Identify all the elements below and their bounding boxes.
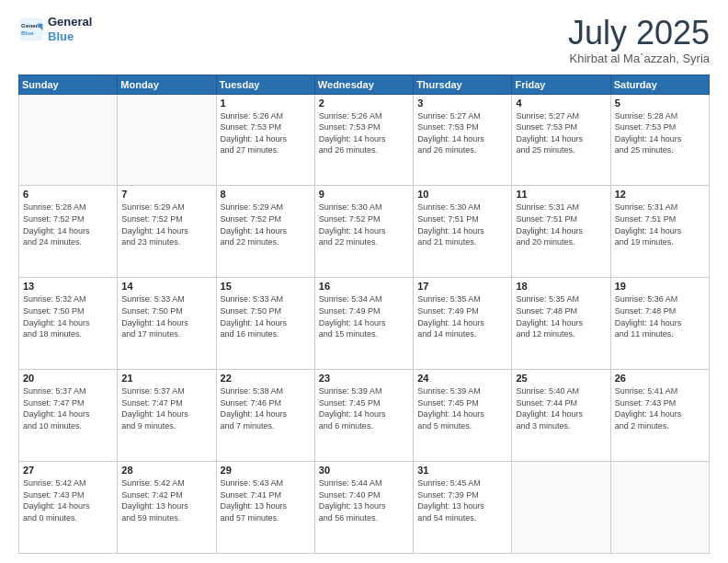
day-number: 29	[221, 465, 311, 476]
day-number: 26	[615, 373, 705, 384]
day-info: Sunrise: 5:29 AM Sunset: 7:52 PM Dayligh…	[221, 201, 311, 247]
day-number: 19	[615, 281, 705, 292]
table-row: 14Sunrise: 5:33 AM Sunset: 7:50 PM Dayli…	[118, 278, 216, 370]
day-info: Sunrise: 5:28 AM Sunset: 7:52 PM Dayligh…	[23, 201, 113, 247]
table-row: 25Sunrise: 5:40 AM Sunset: 7:44 PM Dayli…	[512, 370, 610, 462]
header-sunday: Sunday	[19, 75, 118, 94]
header-friday: Friday	[512, 75, 610, 94]
table-row: 21Sunrise: 5:37 AM Sunset: 7:47 PM Dayli…	[118, 370, 216, 462]
table-row: 29Sunrise: 5:43 AM Sunset: 7:41 PM Dayli…	[216, 462, 314, 554]
day-info: Sunrise: 5:34 AM Sunset: 7:49 PM Dayligh…	[319, 293, 409, 339]
day-info: Sunrise: 5:28 AM Sunset: 7:53 PM Dayligh…	[615, 110, 705, 156]
table-row: 15Sunrise: 5:33 AM Sunset: 7:50 PM Dayli…	[216, 278, 314, 370]
table-row: 13Sunrise: 5:32 AM Sunset: 7:50 PM Dayli…	[19, 278, 118, 370]
svg-text:Blue: Blue	[21, 29, 34, 36]
table-row: 28Sunrise: 5:42 AM Sunset: 7:42 PM Dayli…	[118, 462, 216, 554]
day-info: Sunrise: 5:37 AM Sunset: 7:47 PM Dayligh…	[121, 385, 211, 431]
table-row: 7Sunrise: 5:29 AM Sunset: 7:52 PM Daylig…	[118, 186, 216, 278]
day-number: 4	[516, 98, 606, 109]
day-number: 1	[221, 98, 311, 109]
day-number: 6	[23, 189, 113, 200]
day-info: Sunrise: 5:26 AM Sunset: 7:53 PM Dayligh…	[319, 110, 409, 156]
header-saturday: Saturday	[610, 75, 709, 94]
day-info: Sunrise: 5:30 AM Sunset: 7:51 PM Dayligh…	[417, 201, 507, 247]
day-number: 10	[417, 189, 507, 200]
day-info: Sunrise: 5:36 AM Sunset: 7:48 PM Dayligh…	[615, 293, 705, 339]
header-monday: Monday	[118, 75, 216, 94]
day-number: 13	[23, 281, 113, 292]
day-info: Sunrise: 5:37 AM Sunset: 7:47 PM Dayligh…	[23, 385, 113, 431]
calendar-week-row: 6Sunrise: 5:28 AM Sunset: 7:52 PM Daylig…	[19, 186, 710, 278]
table-row: 9Sunrise: 5:30 AM Sunset: 7:52 PM Daylig…	[314, 186, 413, 278]
day-info: Sunrise: 5:45 AM Sunset: 7:39 PM Dayligh…	[417, 477, 507, 523]
logo: General Blue General Blue	[18, 15, 92, 43]
day-info: Sunrise: 5:27 AM Sunset: 7:53 PM Dayligh…	[516, 110, 606, 156]
header: General Blue General Blue July 2025 Khir…	[18, 15, 710, 65]
day-info: Sunrise: 5:43 AM Sunset: 7:41 PM Dayligh…	[221, 477, 311, 523]
table-row: 20Sunrise: 5:37 AM Sunset: 7:47 PM Dayli…	[19, 370, 118, 462]
title-block: July 2025 Khirbat al Ma`azzah, Syria	[568, 15, 710, 65]
day-number: 27	[23, 465, 113, 476]
day-number: 16	[319, 281, 409, 292]
header-wednesday: Wednesday	[314, 75, 413, 94]
day-number: 15	[221, 281, 311, 292]
table-row	[512, 462, 610, 554]
day-number: 9	[319, 189, 409, 200]
day-info: Sunrise: 5:44 AM Sunset: 7:40 PM Dayligh…	[319, 477, 409, 523]
day-number: 18	[516, 281, 606, 292]
table-row	[118, 94, 216, 186]
table-row: 30Sunrise: 5:44 AM Sunset: 7:40 PM Dayli…	[314, 462, 413, 554]
table-row: 10Sunrise: 5:30 AM Sunset: 7:51 PM Dayli…	[414, 186, 512, 278]
location-subtitle: Khirbat al Ma`azzah, Syria	[568, 52, 710, 65]
table-row: 22Sunrise: 5:38 AM Sunset: 7:46 PM Dayli…	[216, 370, 314, 462]
table-row: 2Sunrise: 5:26 AM Sunset: 7:53 PM Daylig…	[314, 94, 413, 186]
day-number: 11	[516, 189, 606, 200]
table-row: 23Sunrise: 5:39 AM Sunset: 7:45 PM Dayli…	[314, 370, 413, 462]
table-row: 5Sunrise: 5:28 AM Sunset: 7:53 PM Daylig…	[610, 94, 709, 186]
day-info: Sunrise: 5:35 AM Sunset: 7:48 PM Dayligh…	[516, 293, 606, 339]
day-number: 31	[417, 465, 507, 476]
table-row: 3Sunrise: 5:27 AM Sunset: 7:53 PM Daylig…	[414, 94, 512, 186]
day-number: 22	[221, 373, 311, 384]
calendar-table: Sunday Monday Tuesday Wednesday Thursday…	[18, 75, 710, 554]
day-number: 30	[319, 465, 409, 476]
month-title: July 2025	[568, 15, 710, 52]
day-info: Sunrise: 5:40 AM Sunset: 7:44 PM Dayligh…	[516, 385, 606, 431]
day-info: Sunrise: 5:32 AM Sunset: 7:50 PM Dayligh…	[23, 293, 113, 339]
table-row: 26Sunrise: 5:41 AM Sunset: 7:43 PM Dayli…	[610, 370, 709, 462]
day-info: Sunrise: 5:31 AM Sunset: 7:51 PM Dayligh…	[615, 201, 705, 247]
day-number: 17	[417, 281, 507, 292]
day-number: 23	[319, 373, 409, 384]
day-number: 14	[121, 281, 211, 292]
table-row: 31Sunrise: 5:45 AM Sunset: 7:39 PM Dayli…	[414, 462, 512, 554]
table-row: 8Sunrise: 5:29 AM Sunset: 7:52 PM Daylig…	[216, 186, 314, 278]
table-row: 19Sunrise: 5:36 AM Sunset: 7:48 PM Dayli…	[610, 278, 709, 370]
day-info: Sunrise: 5:31 AM Sunset: 7:51 PM Dayligh…	[516, 201, 606, 247]
day-info: Sunrise: 5:42 AM Sunset: 7:42 PM Dayligh…	[121, 477, 211, 523]
table-row: 11Sunrise: 5:31 AM Sunset: 7:51 PM Dayli…	[512, 186, 610, 278]
day-info: Sunrise: 5:42 AM Sunset: 7:43 PM Dayligh…	[23, 477, 113, 523]
day-info: Sunrise: 5:41 AM Sunset: 7:43 PM Dayligh…	[615, 385, 705, 431]
calendar-header-row: Sunday Monday Tuesday Wednesday Thursday…	[19, 75, 710, 94]
day-number: 12	[615, 189, 705, 200]
page: General Blue General Blue July 2025 Khir…	[0, 0, 728, 563]
day-info: Sunrise: 5:39 AM Sunset: 7:45 PM Dayligh…	[417, 385, 507, 431]
day-number: 7	[121, 189, 211, 200]
day-info: Sunrise: 5:30 AM Sunset: 7:52 PM Dayligh…	[319, 201, 409, 247]
table-row	[610, 462, 709, 554]
header-tuesday: Tuesday	[216, 75, 314, 94]
day-info: Sunrise: 5:27 AM Sunset: 7:53 PM Dayligh…	[417, 110, 507, 156]
day-info: Sunrise: 5:35 AM Sunset: 7:49 PM Dayligh…	[417, 293, 507, 339]
day-number: 3	[417, 98, 507, 109]
day-number: 8	[221, 189, 311, 200]
table-row: 1Sunrise: 5:26 AM Sunset: 7:53 PM Daylig…	[216, 94, 314, 186]
table-row: 12Sunrise: 5:31 AM Sunset: 7:51 PM Dayli…	[610, 186, 709, 278]
day-number: 21	[121, 373, 211, 384]
calendar-week-row: 27Sunrise: 5:42 AM Sunset: 7:43 PM Dayli…	[19, 462, 710, 554]
table-row: 24Sunrise: 5:39 AM Sunset: 7:45 PM Dayli…	[414, 370, 512, 462]
table-row: 16Sunrise: 5:34 AM Sunset: 7:49 PM Dayli…	[314, 278, 413, 370]
day-info: Sunrise: 5:29 AM Sunset: 7:52 PM Dayligh…	[121, 201, 211, 247]
logo-text: General Blue	[48, 15, 92, 43]
day-info: Sunrise: 5:33 AM Sunset: 7:50 PM Dayligh…	[221, 293, 311, 339]
day-info: Sunrise: 5:38 AM Sunset: 7:46 PM Dayligh…	[221, 385, 311, 431]
